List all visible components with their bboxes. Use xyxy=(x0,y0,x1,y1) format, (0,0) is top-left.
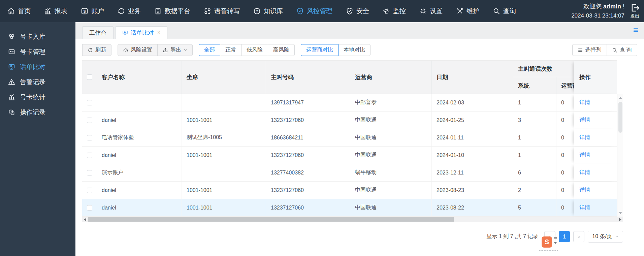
compare-button-label: 运营商对比 xyxy=(306,46,333,54)
nav-item-home[interactable]: 首页 xyxy=(7,7,31,15)
table-row[interactable]: 演示账户13277400382蜗牛移动2023-12-1160详情 xyxy=(82,164,617,182)
tab-workbench[interactable]: 工作台 xyxy=(82,26,114,39)
search-button[interactable]: 查 询 xyxy=(607,44,637,56)
filter-button-1[interactable]: 正常 xyxy=(220,44,242,56)
vertical-scroll-thumb[interactable] xyxy=(618,102,622,133)
cell-system: 5 xyxy=(513,199,556,216)
detail-link[interactable]: 详情 xyxy=(579,117,590,124)
page-size-select[interactable]: 10 条/页 xyxy=(588,231,623,243)
nav-item-knowledge[interactable]: ?知识库 xyxy=(253,7,283,15)
caret-down-icon[interactable] xyxy=(554,242,557,244)
next-page-button[interactable]: > xyxy=(573,231,584,242)
cell-system: 1 xyxy=(513,129,556,146)
table-row[interactable]: daniel1001-100113237127060中国联通2024-01-10… xyxy=(82,147,617,164)
table-row[interactable]: daniel1001-100113237127060中国联通2023-08-22… xyxy=(82,199,617,217)
sidebar-item-call-compare[interactable]: 话单比对 xyxy=(0,59,75,74)
header-action: 操作 xyxy=(574,61,617,94)
nav-item-maintenance[interactable]: 维护 xyxy=(456,7,479,15)
nav-item-security[interactable]: 安全 xyxy=(346,7,369,15)
row-checkbox[interactable] xyxy=(87,170,92,175)
row-checkbox-cell xyxy=(82,129,97,146)
screenshot-plugin-icon[interactable]: S xyxy=(542,236,552,248)
row-checkbox[interactable] xyxy=(87,153,92,158)
detail-link[interactable]: 详情 xyxy=(579,169,590,176)
sidebar-item-sim-stats[interactable]: 号卡统计 xyxy=(0,90,75,105)
nav-item-report[interactable]: 报表 xyxy=(44,7,67,15)
filter-button-3[interactable]: 高风险 xyxy=(268,44,295,56)
tab-menu-icon[interactable] xyxy=(633,27,639,33)
tab-label: 话单比对 xyxy=(131,29,154,37)
nav-item-account[interactable]: $账户 xyxy=(81,7,104,15)
tab-call-compare[interactable]: 话单比对× xyxy=(115,26,167,39)
compare-button-0[interactable]: 运营商对比 xyxy=(301,44,339,56)
table-row[interactable]: daniel1001-100113237127060中国联通2024-01-25… xyxy=(82,111,617,129)
detail-link[interactable]: 详情 xyxy=(579,99,590,106)
compare-button-1[interactable]: 本地对比 xyxy=(338,44,371,56)
row-checkbox[interactable] xyxy=(87,118,92,123)
sidebar-item-sim-inbound[interactable]: 号卡入库 xyxy=(0,29,75,44)
choose-columns-button[interactable]: 选择列 xyxy=(572,44,607,56)
nav-item-data-platform[interactable]: 数据平台 xyxy=(154,7,190,15)
security-shield-icon xyxy=(346,7,353,15)
horizontal-scrollbar[interactable] xyxy=(82,217,623,222)
filter-button-2[interactable]: 低风险 xyxy=(241,44,268,56)
sidebar-item-sim-manage[interactable]: 号卡管理 xyxy=(0,44,75,59)
sidebar-item-label: 告警记录 xyxy=(20,78,45,87)
table-row[interactable]: 13971317947中邮普泰2024-02-0310详情 xyxy=(82,94,617,111)
scroll-left-arrow-icon[interactable] xyxy=(84,218,86,221)
close-icon[interactable]: × xyxy=(157,30,160,36)
header-checkbox-cell xyxy=(82,61,97,94)
scroll-up-arrow-icon[interactable] xyxy=(619,97,622,99)
nav-item-voice-transcribe[interactable]: 语音转写 xyxy=(204,7,240,15)
logout-button[interactable]: 退出 xyxy=(630,3,640,19)
table-row[interactable]: 电话管家体验测试坐席-100518663684211中国联通2024-01-11… xyxy=(82,129,617,147)
sidebar-item-alert-log[interactable]: 告警记录 xyxy=(0,74,75,90)
filter-button-label: 全部 xyxy=(204,46,215,54)
sidebar-item-operation-log[interactable]: 操作记录 xyxy=(0,105,75,120)
cell-agent: 1001-1001 xyxy=(182,147,266,164)
nav-item-risk-control[interactable]: 风控管理 xyxy=(296,7,332,15)
export-label: 导出 xyxy=(170,46,181,54)
report-icon xyxy=(44,7,52,15)
row-checkbox[interactable] xyxy=(87,205,92,211)
scroll-right-arrow-icon[interactable] xyxy=(619,218,621,221)
table-header: 客户名称 坐席 主叫号码 运营商 日期 主叫通话次数 系统 运营商 操作 xyxy=(82,60,617,94)
top-navbar: 首页报表$账户业务数据平台语音转写?知识库风控管理安全监控设置维护查询 欢迎您 … xyxy=(0,0,644,22)
detail-link[interactable]: 详情 xyxy=(579,204,590,211)
row-checkbox[interactable] xyxy=(87,188,92,193)
detail-link[interactable]: 详情 xyxy=(579,134,590,141)
filter-button-0[interactable]: 全部 xyxy=(199,44,220,56)
cell-system: 3 xyxy=(513,111,556,129)
page-1-button[interactable]: 1 xyxy=(559,231,570,242)
row-checkbox[interactable] xyxy=(87,100,92,105)
nav-item-settings[interactable]: 设置 xyxy=(419,7,443,15)
cell-date: 2023-08-22 xyxy=(432,199,513,216)
table-container: 客户名称 坐席 主叫号码 运营商 日期 主叫通话次数 系统 运营商 操作 139… xyxy=(82,60,623,222)
screenshot-plugin-overlay[interactable]: S xyxy=(539,235,558,251)
refresh-button[interactable]: 刷新 xyxy=(82,44,111,56)
collapse-dash-icon[interactable] xyxy=(554,237,557,238)
detail-link[interactable]: 详情 xyxy=(579,187,590,194)
filter-button-label: 高风险 xyxy=(273,46,289,54)
cell-system: 1 xyxy=(513,94,556,111)
vertical-scrollbar[interactable] xyxy=(617,94,623,217)
maintenance-icon xyxy=(456,7,463,15)
horizontal-scroll-thumb[interactable] xyxy=(88,217,454,222)
select-all-checkbox[interactable] xyxy=(87,74,92,80)
row-checkbox[interactable] xyxy=(87,135,92,140)
cell-number: 13237127060 xyxy=(266,182,350,199)
row-checkbox-cell xyxy=(82,164,97,181)
compare-button-label: 本地对比 xyxy=(344,46,365,54)
table-row[interactable]: daniel1001-100113237127060中国联通2023-08-23… xyxy=(82,182,617,199)
export-button[interactable]: 导出 xyxy=(157,44,193,56)
nav-item-business[interactable]: 业务 xyxy=(118,7,141,15)
nav-item-query[interactable]: 查询 xyxy=(493,7,516,15)
chevron-down-icon xyxy=(615,235,619,238)
header-carrier: 运营商 xyxy=(350,61,432,94)
risk-setting-button[interactable]: 风险设置 xyxy=(118,44,158,56)
svg-text:?: ? xyxy=(256,9,258,13)
nav-item-surveillance[interactable]: 监控 xyxy=(383,7,406,15)
scroll-down-arrow-icon[interactable] xyxy=(619,212,622,214)
detail-link[interactable]: 详情 xyxy=(579,152,590,159)
choose-columns-label: 选择列 xyxy=(585,46,602,54)
